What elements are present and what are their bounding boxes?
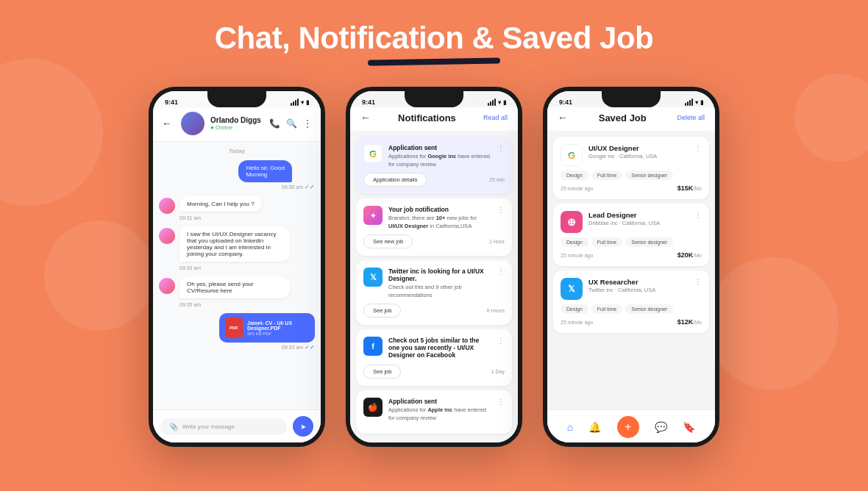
job-card-top-2: ⊕ Lead Designer Dribbble inc · Californi… [561,211,702,233]
notif-text-1: Application sent Applications for Google… [388,144,491,168]
notif-action-btn-3[interactable]: See job [363,304,401,318]
notif-more-icon-5[interactable]: ⋮ [497,398,505,406]
phone-notch-2 [405,91,463,107]
notif-back-icon[interactable]: ← [360,112,371,123]
notif-card-header-4: f Check out 5 jobs similar to the one yo… [363,337,505,360]
saved-header: ← Saved Job Delete all [547,107,715,131]
job-card-3[interactable]: 𝕏 UX Researcher Twitter inc · California… [553,270,709,333]
notification-item-3[interactable]: 𝕏 Twitter inc is looking for a UI/UX Des… [356,260,512,325]
job-card-1[interactable]: G UI/UX Designer Google inc · California… [553,137,709,199]
chat-avatar [181,112,204,135]
job-company-1: Google inc · California, USA [588,153,689,160]
battery-icon: ▮ [306,99,309,106]
notification-item-4[interactable]: f Check out 5 jobs similar to the one yo… [356,329,512,386]
back-arrow-icon[interactable]: ← [162,118,172,129]
search-icon[interactable]: 🔍 [286,118,297,129]
sent-time: 09:30 am ✓✓ [238,184,315,190]
job-tag-senior-2: Senior designer [625,237,673,247]
chat-user-info: Orlando Diggs ● Online [210,116,263,131]
battery-icon-3: ▮ [700,99,703,106]
job-info-2: Lead Designer Dribbble inc · California,… [588,211,689,226]
bookmark-nav-icon[interactable]: 🔖 [683,421,695,433]
notif-footer-2: See new job 1 Hour [363,234,505,248]
saved-job-phone: 9:41 ▾ ▮ ← Saved Job Delete all [543,87,719,447]
received-content-3: Oh yes, please send your CV/Resume here … [179,276,290,307]
job-more-icon-1[interactable]: ⋮ [694,144,702,152]
wifi-icon-3: ▾ [695,99,698,106]
notification-item-1[interactable]: G Application sent Applications for Goog… [356,137,512,194]
job-tags-1: Design Full time Senior designer [561,171,702,180]
job-tag-senior-1: Senior designer [625,171,673,180]
job-card-bottom-2: 25 minute ago $20K/Mo [561,251,702,259]
received-avatar-3 [159,278,175,294]
chat-user-status: ● Online [210,124,263,131]
chat-header-icons: 📞 🔍 ⋮ [269,118,312,129]
chat-input-field[interactable]: 📎 Write your massage [160,418,287,435]
pdf-icon: PDF [225,318,243,338]
add-nav-button[interactable]: + [617,416,639,438]
job-info-3: UX Researcher Twitter inc · California, … [588,278,689,293]
read-all-button[interactable]: Read all [483,114,508,121]
delete-all-button[interactable]: Delete all [677,114,705,121]
received-avatar [159,198,175,214]
job-time-2: 25 minute ago [561,253,593,258]
status-icons-2: ▾ ▮ [488,98,506,106]
received-message-1: Morning, Can I help you ? 09:31 am [159,196,315,221]
notification-item-5[interactable]: 🍎 Application sent Applications for Appl… [356,390,512,434]
phone-icon[interactable]: 📞 [269,118,280,129]
battery-icon-2: ▮ [503,99,506,106]
job-tag-design-3: Design [561,304,588,314]
page-header: Chat, Notification & Saved Job [0,0,868,79]
notif-time-1: 25 min [489,177,505,182]
job-salary-2: $20K/Mo [677,251,702,259]
received-time-2: 09:33 am [179,265,290,270]
send-button[interactable]: ➤ [293,416,313,437]
bell-nav-icon[interactable]: 🔔 [588,421,601,433]
job-tags-3: Design Full time Senior designer [561,304,702,314]
job-info-1: UI/UX Designer Google inc · California, … [588,144,689,160]
saved-back-icon[interactable]: ← [558,112,568,123]
received-bubble: Morning, Can I help you ? [179,196,262,212]
notif-footer-1: Application details 25 min [363,173,505,187]
received-avatar-2 [159,228,175,244]
date-divider: Today [159,148,315,154]
notif-card-header-5: 🍎 Application sent Applications for Appl… [363,398,505,422]
dribbble-logo: ⊕ [561,211,583,233]
pdf-message-group: PDF Jamet- CV - UI/ UX Designer.PDF 581 … [219,313,315,351]
status-icons: ▾ ▮ [291,98,309,106]
notif-more-icon-4[interactable]: ⋮ [497,337,505,345]
phone-notch-3 [602,91,661,107]
notification-item-2[interactable]: ✦ Your job notification Brandon, there a… [356,198,512,256]
notif-action-btn-4[interactable]: See job [363,365,401,379]
notif-title-5: Application sent [388,398,491,405]
page-title: Chat, Notification & Saved Job [0,21,868,56]
notif-desc-2: Brandon, there are 10+ new jobs for UI/U… [388,215,491,230]
notif-card-header-1: G Application sent Applications for Goog… [363,144,505,168]
home-nav-icon[interactable]: ⌂ [567,421,573,433]
chat-placeholder: Write your massage [182,423,235,430]
job-more-icon-3[interactable]: ⋮ [694,278,702,286]
pdf-time: 09:33 am ✓✓ [219,344,315,351]
notif-more-icon-3[interactable]: ⋮ [497,268,505,276]
more-icon[interactable]: ⋮ [303,118,312,129]
chat-nav-icon[interactable]: 💬 [655,421,667,433]
job-more-icon-2[interactable]: ⋮ [694,211,702,219]
job-title-3: UX Researcher [588,278,689,286]
notif-action-btn-1[interactable]: Application details [363,173,427,187]
received-content-2: I saw the UI/UX Designer vacancy that yo… [179,226,290,270]
notif-more-icon-2[interactable]: ⋮ [497,206,505,214]
job-tag-fulltime-2: Full time [591,237,622,247]
job-notif-logo: ✦ [363,206,383,225]
job-tag-senior-3: Senior designer [625,304,673,314]
attachment-icon[interactable]: 📎 [169,423,178,431]
title-underline [368,57,500,65]
job-tags-2: Design Full time Senior designer [561,237,702,247]
wifi-icon-2: ▾ [498,99,501,106]
sent-bubble: Hello sir, Good Morning [238,160,292,182]
job-card-2[interactable]: ⊕ Lead Designer Dribbble inc · Californi… [553,204,709,266]
apple-logo: 🍎 [363,398,383,417]
notif-card-header-3: 𝕏 Twitter inc is looking for a UI/UX Des… [363,268,505,299]
notif-more-icon-1[interactable]: ⋮ [497,144,505,152]
notif-time-3: 6 Hours [486,308,505,313]
notif-action-btn-2[interactable]: See new job [363,234,413,248]
